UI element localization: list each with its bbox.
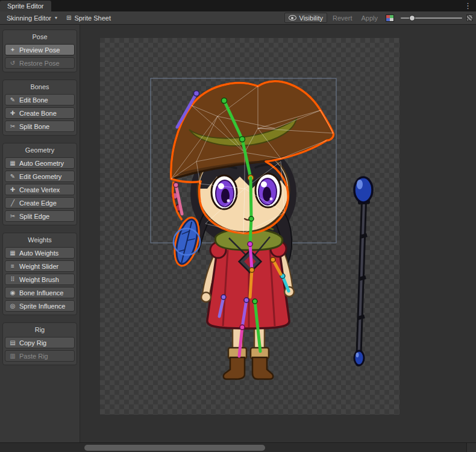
create-bone-icon: ✚ [9,110,16,116]
button-label: Weight Brush [19,276,59,283]
button-label: Bone Influence [19,289,63,297]
button-label: Create Bone [19,110,57,117]
bone-influence-button[interactable]: ◉ Bone Influence [5,287,75,298]
bone [250,270,252,297]
chevron-down-icon: ▾ [55,15,57,20]
button-label: Edit Bone [19,96,48,104]
create-vertex-button[interactable]: ✚ Create Vertex [5,184,75,195]
panel-title: Pose [5,32,75,42]
button-label: Edit Geometry [19,173,61,180]
staff-orb [354,177,372,202]
skinning-editor-label: Skinning Editor [7,14,51,22]
horizontal-scrollbar-thumb[interactable] [84,445,265,451]
restore-pose-icon: ↺ [9,60,16,66]
toolbar: Skinning Editor ▾ ⊞ Sprite Sheet Visibil… [0,11,476,25]
sprite-sheet-icon: ⊞ [66,14,71,21]
auto-geometry-button[interactable]: ▦ Auto Geometry [5,157,75,169]
create-edge-icon: ╱ [9,200,16,206]
button-label: Restore Pose [19,60,60,67]
tab-title: Sprite Editor [7,2,44,10]
panel-pose: Pose ✦ Preview Pose ↺ Restore Pose [2,30,77,72]
weight-slider-button[interactable]: ≡ Weight Slider [5,260,75,272]
split-edge-button[interactable]: ✂ Split Edge [5,210,75,222]
preview-pose-icon: ✦ [9,47,16,53]
panel-title: Weights [5,235,75,245]
paste-rig-button[interactable]: ▥ Paste Rig [5,350,75,362]
sprite-editor-window: Sprite Editor ⋮ Skinning Editor ▾ ⊞ Spri… [0,0,476,452]
button-label: Split Edge [19,213,49,220]
panel-geometry: Geometry ▦ Auto Geometry ✎ Edit Geometry… [2,143,77,225]
button-label: Create Edge [19,199,57,207]
button-label: Sprite Influence [19,303,65,310]
bone-influence-icon: ◉ [9,290,16,296]
auto-weights-icon: ▦ [9,250,16,256]
button-label: Auto Weights [19,250,58,257]
button-label: Create Vertex [19,186,60,193]
sprite-influence-button[interactable]: ◎ Sprite Influence [5,300,75,312]
sprite-influence-icon: ◎ [9,303,16,309]
button-label: Copy Rig [19,339,46,347]
alpha-slider-icon [466,14,473,21]
feather [172,217,201,266]
main-area: Pose ✦ Preview Pose ↺ Restore Pose Bones… [0,25,476,442]
skinning-editor-dropdown[interactable]: Skinning Editor ▾ [3,13,61,23]
button-label: Split Bone [19,123,49,130]
apply-button[interactable]: Apply [357,13,381,23]
copy-rig-icon: ▤ [9,340,16,346]
panel-title: Bones [5,82,75,92]
edit-geometry-icon: ✎ [9,174,16,180]
bone [250,244,252,270]
weight-brush-icon: ⠿ [9,277,16,283]
copy-rig-button[interactable]: ▤ Copy Rig [5,337,75,348]
scrollbar-corner [466,443,476,452]
sprite-sheet-label: Sprite Sheet [74,14,111,22]
auto-geometry-icon: ▦ [9,160,16,166]
eye-icon [289,15,296,20]
panel-bones: Bones ✎ Edit Bone ✚ Create Bone ✂ Split … [2,80,77,136]
visibility-label: Visibility [299,14,324,22]
split-bone-icon: ✂ [9,124,16,130]
revert-button[interactable]: Revert [329,13,355,23]
create-vertex-icon: ✚ [9,187,16,193]
sprite-canvas[interactable] [80,25,476,442]
button-label: Weight Slider [19,263,58,270]
paste-rig-icon: ▥ [9,353,16,359]
panel-title: Rig [5,325,75,335]
tab-bar: Sprite Editor ⋮ [0,0,476,11]
staff-sprite[interactable] [354,177,372,365]
window-menu-icon[interactable]: ⋮ [464,1,476,11]
sprite-texture-area[interactable] [100,38,399,415]
sprite-sheet-button[interactable]: ⊞ Sprite Sheet [63,13,114,23]
zoom-slider[interactable] [401,14,462,22]
weight-brush-button[interactable]: ⠿ Weight Brush [5,274,75,285]
create-bone-button[interactable]: ✚ Create Bone [5,107,75,119]
tab-sprite-editor[interactable]: Sprite Editor [0,1,51,11]
tool-sidebar: Pose ✦ Preview Pose ↺ Restore Pose Bones… [0,25,80,442]
edit-bone-icon: ✎ [9,97,16,103]
right-eye [255,174,281,207]
zoom-slider-knob[interactable] [409,15,415,21]
button-label: Paste Rig [19,353,48,360]
create-edge-button[interactable]: ╱ Create Edge [5,197,75,209]
visibility-button[interactable]: Visibility [284,13,328,23]
preview-pose-button[interactable]: ✦ Preview Pose [5,44,75,55]
skinning-scene[interactable] [100,38,399,415]
panel-weights: Weights ▦ Auto Weights ≡ Weight Slider ⠿… [2,233,77,315]
horizontal-scrollbar[interactable] [0,442,476,452]
panel-title: Geometry [5,145,75,155]
split-bone-button[interactable]: ✂ Split Bone [5,121,75,132]
edit-bone-button[interactable]: ✎ Edit Bone [5,94,75,105]
edit-geometry-button[interactable]: ✎ Edit Geometry [5,171,75,182]
auto-weights-button[interactable]: ▦ Auto Weights [5,247,75,259]
bone [250,219,251,244]
panel-rig: Rig ▤ Copy Rig ▥ Paste Rig [2,322,77,365]
bone [251,178,251,219]
left-eye [211,175,237,209]
restore-pose-button[interactable]: ↺ Restore Pose [5,57,75,69]
weight-slider-icon: ≡ [9,263,16,269]
split-edge-icon: ✂ [9,213,16,219]
button-label: Auto Geometry [19,160,64,167]
sprite-color-toggle-icon[interactable] [386,14,394,22]
button-label: Preview Pose [19,46,60,54]
